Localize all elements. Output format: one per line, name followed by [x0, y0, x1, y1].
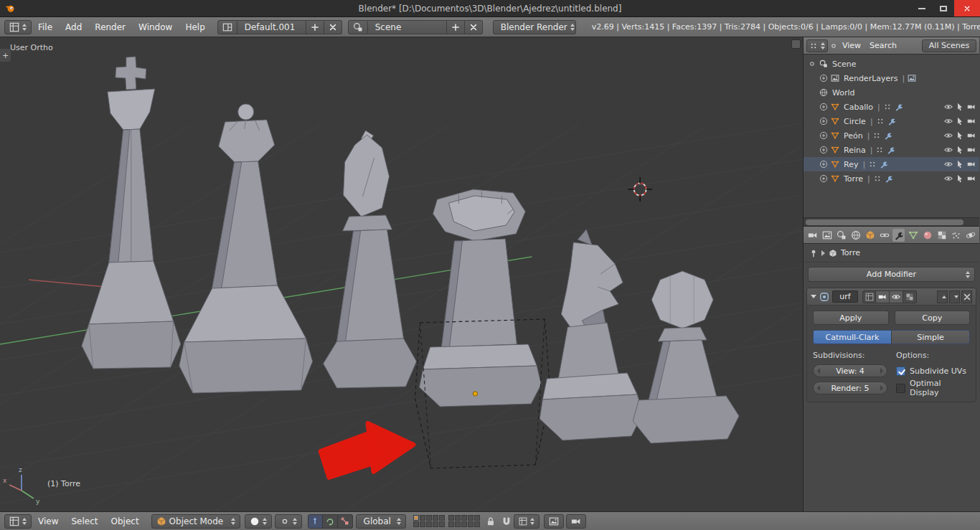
outliner-editor-type-button[interactable] — [806, 39, 828, 52]
visibility-eye-icon[interactable] — [944, 146, 953, 154]
manipulator-translate-toggle[interactable] — [308, 514, 323, 529]
toggle-show-editmode[interactable] — [903, 290, 917, 303]
menu-file[interactable]: File — [32, 22, 59, 32]
minimize-button[interactable] — [911, 0, 933, 16]
visibility-eye-icon[interactable] — [944, 117, 953, 126]
renderability-camera-icon[interactable] — [967, 160, 976, 169]
viewport-shading-select[interactable] — [245, 514, 272, 529]
selectability-pointer-icon[interactable] — [956, 131, 964, 140]
render-engine-select[interactable]: Blender Render — [493, 20, 576, 34]
visibility-eye-icon[interactable] — [944, 160, 953, 169]
expand-icon[interactable] — [819, 74, 828, 82]
subdivide-uvs-checkbox[interactable] — [896, 366, 905, 376]
outliner-scope-select[interactable]: All Scenes — [922, 39, 976, 52]
outliner-hscrollbar[interactable] — [804, 217, 979, 226]
layer-cell[interactable] — [474, 521, 480, 527]
toolbar-expand-handle[interactable]: + — [0, 49, 11, 62]
decrement-arrow-icon[interactable] — [817, 385, 820, 391]
outliner-row-object[interactable]: Reina | — [804, 143, 979, 157]
expand-icon[interactable] — [819, 131, 828, 140]
layer-cell[interactable] — [439, 521, 445, 527]
visibility-eye-icon[interactable] — [944, 103, 953, 111]
layer-cell[interactable] — [413, 515, 419, 521]
render-image-button[interactable] — [544, 514, 564, 529]
layer-cell[interactable] — [468, 521, 473, 527]
3d-cursor[interactable] — [628, 177, 652, 202]
region-split-handle[interactable] — [791, 39, 801, 49]
lock-to-scene-icon[interactable] — [486, 516, 496, 526]
expand-icon[interactable] — [819, 117, 828, 126]
subdivide-uvs-label[interactable]: Subdivide UVs — [910, 366, 966, 376]
chess-piece-king[interactable] — [82, 57, 181, 369]
tab-object[interactable] — [864, 229, 876, 242]
renderability-camera-icon[interactable] — [967, 146, 976, 154]
selectability-pointer-icon[interactable] — [956, 160, 964, 169]
layer-cell[interactable] — [455, 515, 461, 521]
chess-piece-pawn[interactable] — [633, 271, 739, 443]
toggle-show-viewport[interactable] — [890, 290, 903, 303]
layer-cell[interactable] — [448, 515, 454, 521]
chess-piece-rook[interactable] — [419, 189, 541, 407]
collapse-icon[interactable] — [808, 60, 816, 68]
outliner-row-object[interactable]: Circle | — [804, 114, 979, 128]
scene-delete-button[interactable] — [465, 20, 483, 34]
outliner-row-renderlayers[interactable]: RenderLayers | — [804, 71, 979, 85]
view-subdivisions-field[interactable]: View: 4 — [813, 364, 887, 377]
selectability-pointer-icon[interactable] — [956, 103, 964, 111]
snap-magnet-icon[interactable] — [501, 516, 512, 526]
display-mode-icon[interactable] — [829, 42, 838, 50]
screen-layout-delete-button[interactable] — [324, 20, 342, 34]
outliner-row-world[interactable]: World — [804, 85, 979, 100]
screen-layout-add-button[interactable] — [306, 20, 324, 34]
move-modifier-down-button[interactable] — [949, 290, 960, 303]
decrement-arrow-icon[interactable] — [817, 368, 820, 374]
outliner-row-object[interactable]: Torre | — [804, 171, 979, 186]
pin-icon[interactable] — [809, 249, 818, 257]
layer-cell[interactable] — [474, 515, 480, 521]
scene-browse-button[interactable] — [348, 20, 368, 34]
expand-icon[interactable] — [819, 146, 828, 154]
simple-option[interactable]: Simple — [891, 331, 969, 344]
editor-type-button[interactable] — [4, 20, 32, 34]
menu-window[interactable]: Window — [132, 22, 179, 32]
pivot-point-select[interactable] — [275, 514, 302, 529]
increment-arrow-icon[interactable] — [880, 368, 883, 374]
layer-cell[interactable] — [455, 521, 461, 527]
tab-constraints[interactable] — [878, 229, 890, 242]
menu-render[interactable]: Render — [88, 22, 132, 32]
3d-viewport[interactable]: z y x User Ortho (1) Torre + — [0, 37, 804, 511]
close-button[interactable] — [954, 0, 980, 16]
tab-render-layers[interactable] — [821, 229, 833, 242]
layer-cell[interactable] — [433, 521, 438, 527]
manipulator-rotate-toggle[interactable] — [323, 514, 338, 529]
scene-add-button[interactable] — [447, 20, 465, 34]
outliner-row-scene[interactable]: Scene — [804, 57, 979, 71]
layer-cell[interactable] — [420, 515, 425, 521]
screen-layout-browse-button[interactable] — [217, 20, 237, 34]
selectability-pointer-icon[interactable] — [956, 117, 964, 126]
toggle-show-render[interactable] — [876, 290, 890, 303]
layer-cell[interactable] — [461, 515, 467, 521]
renderability-camera-icon[interactable] — [967, 174, 976, 183]
visibility-eye-icon[interactable] — [944, 131, 953, 140]
move-modifier-up-button[interactable] — [937, 290, 948, 303]
render-animation-button[interactable] — [566, 514, 586, 529]
layer-cell[interactable] — [461, 521, 467, 527]
selectability-pointer-icon[interactable] — [956, 174, 964, 183]
selectability-pointer-icon[interactable] — [956, 146, 964, 154]
outliner-menu-search[interactable]: Search — [865, 41, 901, 50]
chess-piece-queen[interactable] — [179, 104, 313, 393]
optimal-display-label[interactable]: Optimal Display — [910, 379, 970, 397]
layer-cell[interactable] — [426, 521, 432, 527]
screen-layout-name-field[interactable]: Default.001 — [237, 20, 306, 34]
viewport-editor-type-button[interactable] — [4, 514, 32, 529]
outliner-row-object[interactable]: Peón | — [804, 128, 979, 143]
modifier-name-field[interactable]: urf — [832, 290, 858, 303]
visibility-eye-icon[interactable] — [944, 174, 953, 183]
tab-physics[interactable] — [964, 229, 976, 242]
transform-orientation-select[interactable]: Global — [356, 514, 406, 529]
layer-cell[interactable] — [433, 515, 438, 521]
render-subdivisions-field[interactable]: Render: 5 — [813, 382, 887, 394]
menu-view[interactable]: View — [32, 516, 65, 526]
tab-texture[interactable] — [936, 229, 948, 242]
